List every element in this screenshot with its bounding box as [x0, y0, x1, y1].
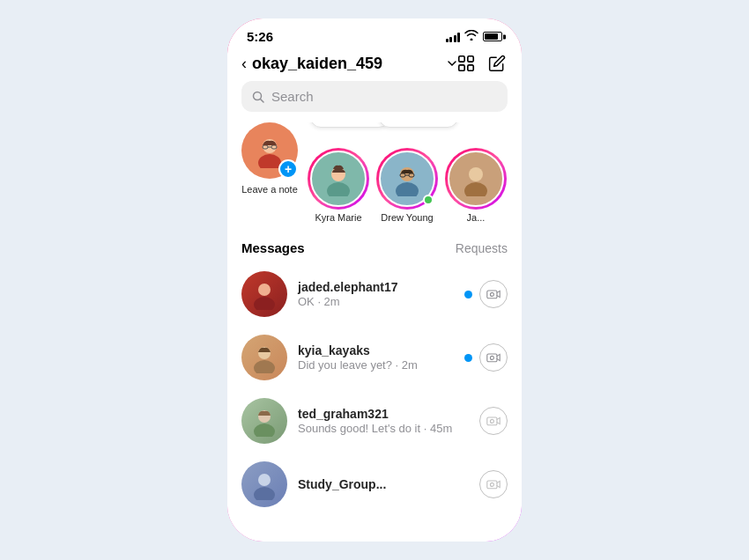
message-avatar-4	[241, 461, 287, 507]
online-indicator-drew	[423, 195, 434, 205]
status-time: 5:26	[247, 29, 273, 44]
svg-point-23	[490, 292, 493, 296]
battery-icon	[483, 32, 502, 41]
signal-icon	[446, 32, 461, 42]
svg-point-33	[254, 487, 275, 500]
svg-point-29	[254, 424, 275, 437]
story-partial[interactable]: Ga... Ja...	[448, 122, 504, 223]
svg-rect-34	[487, 481, 497, 489]
username-label[interactable]: okay_kaiden_459	[252, 55, 446, 73]
search-placeholder: Search	[271, 89, 314, 104]
story-label-kyra: Kyra Marie	[315, 212, 361, 223]
message-username-1: jaded.elephant17	[298, 280, 454, 294]
message-preview-1: OK · 2m	[298, 295, 454, 308]
chevron-down-icon	[448, 61, 456, 67]
back-button[interactable]: ‹	[241, 55, 247, 73]
message-item[interactable]: jaded.elephant17 OK · 2m	[227, 262, 522, 326]
search-icon	[252, 91, 264, 103]
unread-indicator-1	[464, 291, 472, 298]
svg-point-35	[490, 483, 493, 486]
phone-inner: 5:26	[227, 18, 522, 542]
message-content-3: ted_graham321 Sounds good! Let's do it ·…	[298, 407, 469, 435]
header: ‹ okay_kaiden_459	[227, 48, 522, 81]
svg-point-20	[258, 284, 271, 296]
svg-rect-3	[468, 65, 473, 70]
svg-rect-22	[487, 291, 497, 298]
camera-roll-icon[interactable]	[456, 54, 476, 73]
story-self[interactable]: + Leave a note	[241, 122, 298, 223]
message-actions-3	[479, 407, 508, 435]
svg-rect-1	[468, 56, 473, 62]
svg-point-32	[258, 474, 271, 486]
svg-point-12	[327, 182, 350, 196]
svg-point-14	[396, 182, 419, 196]
message-username-3: ted_graham321	[298, 407, 469, 421]
story-kyra[interactable]: Why is tomorrowMonday!? 😄	[310, 122, 367, 223]
svg-point-7	[258, 154, 281, 168]
stories-row: + Leave a note Why is tomorrowMonday!? 😄	[227, 122, 522, 237]
message-avatar-1	[241, 271, 287, 317]
messages-section-header: Messages Requests	[227, 237, 522, 262]
svg-rect-2	[459, 65, 464, 70]
message-item[interactable]: Study_Group...	[227, 453, 522, 516]
camera-button-2[interactable]	[479, 343, 508, 372]
story-drew[interactable]: Finally landing inNYC! ❤️	[379, 122, 435, 223]
message-item[interactable]: kyia_kayaks Did you leave yet? · 2m	[227, 326, 522, 389]
add-note-button[interactable]: +	[278, 159, 298, 179]
message-avatar-2	[241, 335, 287, 380]
messages-title: Messages	[241, 240, 305, 255]
message-username-2: kyia_kayaks	[298, 343, 454, 357]
message-content-2: kyia_kayaks Did you leave yet? · 2m	[298, 343, 454, 372]
svg-point-13	[400, 167, 414, 181]
camera-button-4[interactable]	[479, 470, 508, 498]
message-avatar-3	[241, 398, 287, 444]
story-avatar-kyra	[310, 151, 367, 207]
status-bar: 5:26	[227, 18, 522, 48]
wifi-icon	[464, 30, 478, 43]
compose-icon[interactable]	[486, 53, 508, 74]
camera-button-3[interactable]	[479, 407, 508, 435]
svg-point-25	[254, 360, 275, 373]
svg-rect-26	[487, 354, 497, 362]
status-icons	[446, 30, 503, 43]
svg-point-27	[490, 356, 493, 359]
message-actions-2	[464, 343, 508, 372]
svg-point-31	[490, 419, 493, 423]
requests-link[interactable]: Requests	[456, 241, 508, 255]
svg-line-5	[261, 99, 264, 102]
phone-frame: 5:26	[225, 16, 524, 544]
message-item[interactable]: ted_graham321 Sounds good! Let's do it ·…	[227, 389, 522, 453]
message-content-4: Study_Group...	[298, 477, 469, 492]
message-preview-2: Did you leave yet? · 2m	[298, 358, 454, 372]
header-icons	[456, 53, 508, 74]
svg-rect-30	[487, 417, 497, 425]
story-avatar-partial	[448, 151, 504, 207]
message-content-1: jaded.elephant17 OK · 2m	[298, 280, 454, 308]
svg-point-19	[464, 182, 487, 196]
svg-point-21	[254, 297, 275, 310]
story-label-partial: Ja...	[467, 212, 486, 223]
camera-button-1[interactable]	[479, 280, 508, 308]
unread-indicator-2	[464, 354, 472, 362]
story-bubble-drew: Finally landing inNYC! ❤️	[379, 122, 458, 128]
search-bar[interactable]: Search	[241, 81, 508, 112]
message-preview-3: Sounds good! Let's do it · 45m	[298, 422, 469, 435]
svg-rect-0	[459, 56, 464, 62]
story-bubble-kyra: Why is tomorrowMonday!? 😄	[310, 122, 389, 128]
message-actions-1	[464, 280, 508, 308]
story-label-self: Leave a note	[241, 184, 298, 195]
message-actions-4	[479, 470, 508, 498]
message-list: jaded.elephant17 OK · 2m	[227, 262, 522, 542]
message-username-4: Study_Group...	[298, 477, 469, 491]
story-label-drew: Drew Young	[381, 212, 433, 223]
svg-point-18	[469, 167, 483, 181]
